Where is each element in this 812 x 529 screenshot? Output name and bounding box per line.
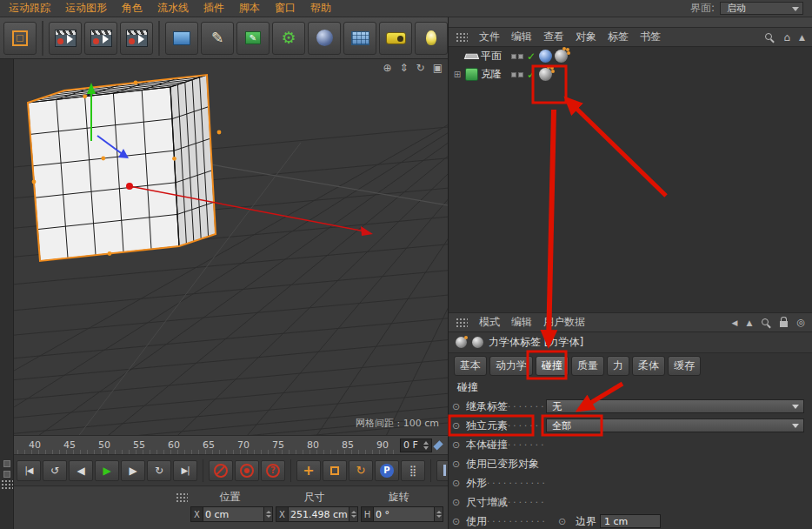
clip-1-button[interactable] bbox=[49, 22, 82, 55]
menu-mograph[interactable]: 运动图形 bbox=[65, 1, 107, 16]
tab-softbody[interactable]: 柔体 bbox=[632, 356, 665, 376]
forward-arrow-icon[interactable]: ▲ bbox=[746, 318, 752, 327]
om-menu-file[interactable]: 文件 bbox=[479, 30, 500, 44]
search-icon[interactable] bbox=[761, 318, 771, 328]
enabled-check-icon[interactable]: ✓ bbox=[526, 50, 536, 63]
menu-window[interactable]: 窗口 bbox=[275, 1, 296, 16]
anim-dot-icon[interactable]: ⊙ bbox=[452, 439, 466, 451]
menu-script[interactable]: 脚本 bbox=[239, 1, 260, 16]
current-frame-field[interactable]: 0 F bbox=[400, 439, 432, 452]
pen-spline-button[interactable]: ✎ bbox=[201, 22, 234, 55]
up-arrow-icon[interactable]: ▲ bbox=[799, 33, 805, 42]
record-pla-button[interactable]: ⣿ bbox=[401, 460, 425, 481]
play-button[interactable]: ▶ bbox=[95, 460, 119, 481]
om-menu-objects[interactable]: 对象 bbox=[576, 30, 596, 44]
home-icon[interactable]: ⌂ bbox=[783, 31, 790, 44]
go-to-start-button[interactable]: |◀ bbox=[17, 460, 41, 481]
strip-grip-icon[interactable] bbox=[1, 479, 13, 489]
zoom-icon[interactable]: ⇕ bbox=[400, 63, 409, 73]
interface-select[interactable]: 启动 bbox=[720, 2, 803, 15]
dynamics-body-tag-icon[interactable] bbox=[555, 50, 568, 63]
dynamics-body-tag-icon[interactable] bbox=[539, 68, 552, 81]
previous-key-button[interactable]: ↺ bbox=[43, 460, 67, 481]
rotation-h-field[interactable]: H 0 ° bbox=[361, 506, 443, 522]
am-menu-userdata[interactable]: 用户数据 bbox=[543, 315, 585, 330]
render-camera-button[interactable] bbox=[379, 22, 412, 55]
panel-grip-icon[interactable] bbox=[456, 32, 468, 42]
position-x-value[interactable]: 0 cm bbox=[203, 506, 264, 522]
tab-collision[interactable]: 碰撞 bbox=[536, 356, 569, 376]
visibility-toggles[interactable] bbox=[511, 54, 523, 59]
anim-dot-icon[interactable]: ⊙ bbox=[452, 459, 466, 470]
enabled-check-icon[interactable]: ✓ bbox=[526, 69, 536, 81]
strip-icon[interactable] bbox=[3, 471, 10, 478]
lock-icon[interactable] bbox=[780, 321, 788, 327]
orbit-icon[interactable]: ↻ bbox=[416, 63, 425, 73]
record-position-button[interactable]: + bbox=[296, 460, 321, 481]
anim-dot-icon[interactable]: ⊙ bbox=[452, 420, 466, 432]
anim-dot-icon[interactable]: ⊙ bbox=[558, 516, 572, 527]
menu-plugins[interactable]: 插件 bbox=[203, 1, 224, 16]
individual-elements-dropdown[interactable]: 全部 bbox=[546, 419, 804, 432]
clip-3-button[interactable] bbox=[120, 22, 153, 55]
tab-dynamics[interactable]: 动力学 bbox=[489, 356, 533, 376]
timeline-ruler[interactable]: 40 45 50 55 60 65 70 75 80 85 90 bbox=[14, 435, 448, 454]
size-x-stepper[interactable] bbox=[349, 506, 358, 522]
object-name[interactable]: 平面 bbox=[481, 49, 509, 64]
menu-motion-tracking[interactable]: 运动跟踪 bbox=[9, 1, 50, 16]
frame-stepper[interactable] bbox=[423, 441, 429, 450]
strip-icon[interactable] bbox=[3, 460, 10, 467]
menu-character[interactable]: 角色 bbox=[122, 1, 143, 16]
keyframe-icon[interactable] bbox=[433, 440, 443, 450]
record-off-button[interactable] bbox=[209, 460, 233, 481]
record-keyframe-button[interactable] bbox=[235, 460, 259, 481]
clip-2-button[interactable] bbox=[84, 22, 117, 55]
go-to-end-button[interactable]: ▶| bbox=[173, 460, 197, 481]
previous-frame-button[interactable]: ◀ bbox=[69, 460, 93, 481]
panel-grip-icon[interactable] bbox=[456, 318, 468, 327]
rotation-h-value[interactable]: 0 ° bbox=[374, 506, 435, 522]
anim-dot-icon[interactable]: ⊙ bbox=[452, 516, 466, 527]
object-name[interactable]: 克隆 bbox=[481, 67, 509, 82]
target-icon[interactable]: ◎ bbox=[796, 317, 805, 328]
object-row-plane[interactable]: 平面 ✓ bbox=[449, 47, 812, 65]
rotation-h-stepper[interactable] bbox=[435, 506, 443, 522]
viewport-3d[interactable]: ⊕ ⇕ ↻ ▣ 网格间距 : 100 cm bbox=[14, 59, 448, 435]
inherit-tag-dropdown[interactable]: 无 bbox=[546, 399, 804, 413]
am-menu-edit[interactable]: 编辑 bbox=[511, 315, 532, 330]
pan-icon[interactable]: ⊕ bbox=[383, 63, 391, 73]
next-frame-button[interactable]: ▶ bbox=[121, 460, 145, 481]
record-scale-button[interactable] bbox=[323, 460, 347, 481]
nav-cube-button[interactable] bbox=[3, 22, 37, 55]
tab-basic[interactable]: 基本 bbox=[454, 356, 487, 376]
tab-force[interactable]: 力 bbox=[607, 356, 629, 376]
position-x-stepper[interactable] bbox=[264, 506, 273, 522]
metaball-button[interactable] bbox=[308, 22, 341, 55]
size-x-value[interactable]: 251.498 cm bbox=[289, 506, 349, 522]
menu-help[interactable]: 帮助 bbox=[310, 1, 331, 16]
anim-dot-icon[interactable]: ⊙ bbox=[452, 401, 466, 412]
om-menu-view[interactable]: 查看 bbox=[543, 30, 564, 44]
visibility-toggles[interactable] bbox=[511, 72, 523, 77]
object-row-cloner[interactable]: ⊞ 克隆 ✓ bbox=[449, 65, 812, 84]
light-button[interactable] bbox=[415, 22, 448, 55]
autokey-help-button[interactable]: ? bbox=[261, 460, 285, 481]
margin-field[interactable]: 1 cm bbox=[600, 514, 661, 528]
position-x-field[interactable]: X 0 cm bbox=[190, 506, 273, 522]
object-manager[interactable]: 平面 ✓ ⊞ 克隆 ✓ bbox=[449, 47, 812, 313]
mograph-button[interactable]: ⚙ bbox=[272, 22, 305, 55]
record-parameter-button[interactable]: P bbox=[375, 460, 399, 481]
tab-cache[interactable]: 缓存 bbox=[668, 356, 701, 376]
om-menu-tags[interactable]: 标签 bbox=[608, 30, 629, 44]
anim-dot-icon[interactable]: ⊙ bbox=[452, 478, 466, 489]
tab-mass[interactable]: 质量 bbox=[571, 356, 604, 376]
collision-section-header[interactable]: 碰撞 bbox=[449, 378, 812, 397]
plane-grid-button[interactable] bbox=[343, 22, 376, 55]
search-icon[interactable] bbox=[764, 32, 775, 43]
expand-icon[interactable]: ⊞ bbox=[452, 70, 463, 79]
am-menu-mode[interactable]: 模式 bbox=[479, 315, 500, 330]
cube-primitive-button[interactable] bbox=[165, 22, 198, 55]
om-menu-edit[interactable]: 编辑 bbox=[511, 30, 532, 44]
om-menu-bookmarks[interactable]: 书签 bbox=[640, 30, 661, 44]
maximize-icon[interactable]: ▣ bbox=[433, 63, 443, 73]
